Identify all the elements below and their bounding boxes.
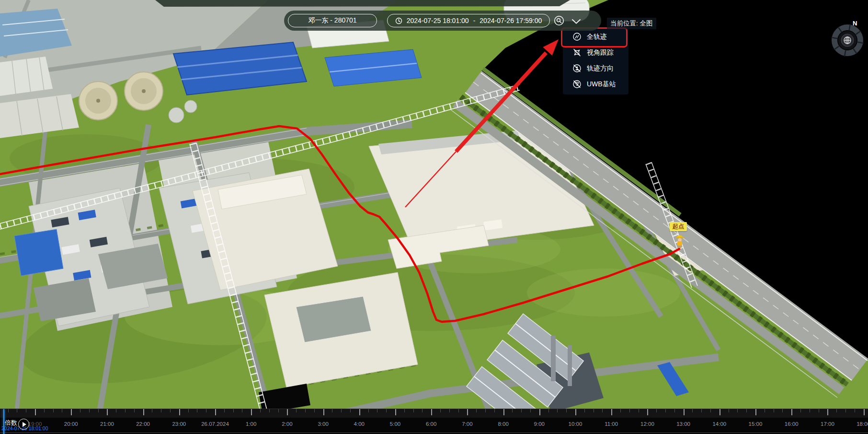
- minor-tick: [800, 409, 801, 412]
- minor-tick: [836, 409, 837, 412]
- hour-tick: [215, 409, 216, 415]
- minor-tick: [737, 409, 738, 412]
- timeline-hour-label: 26.07.2024: [201, 421, 229, 427]
- minor-tick: [98, 409, 99, 412]
- hour-tick: [179, 409, 180, 415]
- timeline-hour-label: 3:00: [318, 421, 328, 427]
- timeline-hour-label: 2:00: [282, 421, 292, 427]
- play-button[interactable]: [18, 419, 29, 430]
- minor-tick: [548, 409, 549, 412]
- timeline-hour-label: 23:00: [172, 421, 186, 427]
- hour-tick: [107, 409, 108, 415]
- minor-tick: [386, 409, 387, 412]
- minor-tick: [17, 409, 17, 412]
- person-selector-value: 邓一东 - 280701: [308, 16, 356, 25]
- timeline-hour-label: 4:00: [354, 421, 365, 427]
- minor-tick: [449, 409, 450, 412]
- minor-tick: [782, 409, 783, 412]
- hour-tick: [431, 409, 432, 415]
- timeline-hour-label: 8:00: [498, 421, 508, 427]
- time-range-picker[interactable]: 2024-07-25 18:01:00 - 2024-07-26 17:59:0…: [387, 14, 550, 27]
- minor-tick: [692, 409, 693, 412]
- timeline-hour-label: 13:00: [676, 421, 690, 427]
- toolbar-dropdown-chevron[interactable]: [571, 18, 581, 23]
- minor-tick: [594, 409, 594, 412]
- hour-tick: [35, 409, 36, 415]
- hour-tick: [575, 409, 576, 415]
- timeline-hour-label: 7:00: [462, 421, 472, 427]
- minor-tick: [80, 409, 80, 412]
- minor-tick: [206, 409, 206, 412]
- minor-tick: [161, 409, 161, 412]
- minor-tick: [278, 409, 279, 412]
- minor-tick: [746, 409, 747, 412]
- timeline-hour-label: 18:00: [857, 421, 868, 427]
- minor-tick: [188, 409, 189, 412]
- minor-tick: [422, 409, 423, 412]
- hour-tick: [864, 409, 865, 415]
- menu-item-view-tracking[interactable]: 视角跟踪: [563, 45, 628, 60]
- start-point-marker[interactable]: 起点: [670, 222, 687, 250]
- minor-tick: [602, 409, 603, 412]
- hour-tick: [684, 409, 685, 415]
- minor-tick: [845, 409, 846, 412]
- minor-tick: [152, 409, 152, 412]
- hour-tick: [503, 409, 504, 415]
- minor-tick: [44, 409, 45, 412]
- minor-tick: [332, 409, 332, 412]
- minor-tick: [296, 409, 297, 412]
- minor-tick: [224, 409, 225, 412]
- minor-tick: [116, 409, 116, 412]
- minor-tick: [404, 409, 405, 412]
- minor-tick: [521, 409, 522, 412]
- view-tracking-icon: [572, 47, 582, 58]
- minor-tick: [233, 409, 234, 412]
- full-trajectory-icon: [572, 32, 582, 42]
- minor-tick: [855, 409, 855, 412]
- minor-tick: [197, 409, 197, 412]
- hour-tick: [287, 409, 288, 415]
- minor-tick: [530, 409, 531, 412]
- minor-tick: [440, 409, 441, 412]
- minor-tick: [413, 409, 414, 412]
- clock-icon: [395, 17, 402, 24]
- current-location-label: 当前位置: 全图: [607, 18, 656, 29]
- minor-tick: [269, 409, 270, 412]
- playback-timeline[interactable]: 19:0020:0021:0022:0023:0026.07.20241:002…: [0, 409, 868, 434]
- hour-tick: [755, 409, 756, 415]
- uwb-station-icon: [572, 79, 582, 89]
- minor-tick: [350, 409, 351, 412]
- menu-item-trajectory-direction[interactable]: 轨迹方向: [563, 60, 628, 76]
- compass-widget[interactable]: [829, 22, 866, 59]
- hour-tick: [143, 409, 144, 415]
- time-range-end: 2024-07-26 17:59:00: [480, 17, 542, 24]
- locate-search-button[interactable]: [554, 15, 564, 26]
- minor-tick: [629, 409, 630, 412]
- hour-tick: [251, 409, 252, 415]
- timeline-hour-label: 17:00: [821, 421, 834, 427]
- timeline-hour-label: 1:00: [246, 421, 256, 427]
- minor-tick: [485, 409, 486, 412]
- map-3d-view[interactable]: [0, 0, 868, 434]
- timeline-hour-label: 12:00: [640, 421, 654, 427]
- menu-item-full-trajectory[interactable]: 全轨迹: [563, 29, 628, 45]
- time-range-start: 2024-07-25 18:01:00: [407, 17, 469, 24]
- timeline-hour-label: 15:00: [749, 421, 763, 427]
- start-point-label: 起点: [670, 222, 687, 231]
- minor-tick: [242, 409, 242, 412]
- map-options-dropdown: 全轨迹 视角跟踪 轨迹: [563, 27, 628, 94]
- timeline-hour-label: 5:00: [390, 421, 400, 427]
- hour-tick: [467, 409, 468, 415]
- speed-multiplier-label: 倍数: [5, 419, 17, 427]
- timeline-hour-label: 21:00: [100, 421, 114, 427]
- timeline-hour-label: 14:00: [712, 421, 726, 427]
- minor-tick: [476, 409, 477, 412]
- hour-tick: [720, 409, 720, 415]
- hour-tick: [539, 409, 540, 415]
- person-selector[interactable]: 邓一东 - 280701: [288, 14, 377, 27]
- hour-tick: [647, 409, 648, 415]
- menu-item-uwb-station[interactable]: UWB基站: [563, 76, 628, 92]
- minor-tick: [53, 409, 54, 412]
- minor-tick: [620, 409, 621, 412]
- minor-tick: [8, 409, 9, 412]
